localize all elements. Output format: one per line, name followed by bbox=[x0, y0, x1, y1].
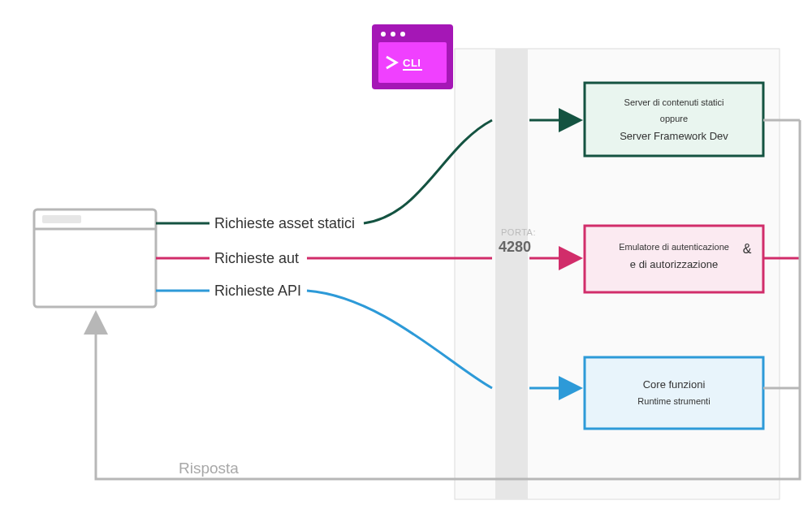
cli-icon: CLI bbox=[372, 24, 453, 89]
static-box-line2: oppure bbox=[660, 114, 688, 123]
architecture-diagram: PORTA: 4280 CLI Server di contenuti stat… bbox=[0, 0, 812, 531]
response-label: Risposta bbox=[179, 460, 239, 477]
api-box-line2: Runtime strumenti bbox=[637, 396, 710, 406]
port-label: PORTA: bbox=[501, 227, 536, 237]
svg-point-2 bbox=[391, 32, 395, 37]
auth-req-label: Richieste aut bbox=[214, 250, 299, 266]
svg-point-1 bbox=[381, 32, 386, 37]
auth-box-amp: & bbox=[743, 242, 752, 256]
cli-label: CLI bbox=[403, 57, 421, 69]
svg-rect-6 bbox=[34, 209, 156, 307]
static-box-line3: Server Framework Dev bbox=[620, 130, 728, 142]
svg-rect-8 bbox=[42, 215, 81, 223]
port-bar bbox=[495, 49, 528, 499]
svg-rect-11 bbox=[585, 357, 763, 429]
auth-box-line2: e di autorizzazione bbox=[630, 258, 718, 270]
static-content-server-box: Server di contenuti statici oppure Serve… bbox=[585, 83, 763, 156]
svg-point-3 bbox=[400, 32, 405, 37]
api-box-line1: Core funzioni bbox=[643, 378, 706, 391]
functions-runtime-box: Core funzioni Runtime strumenti bbox=[585, 357, 763, 429]
auth-emulator-box: Emulatore di autenticazione & e di autor… bbox=[585, 226, 763, 292]
port-value: 4280 bbox=[499, 239, 531, 255]
browser-window-icon bbox=[34, 209, 156, 307]
static-box-line1: Server di contenuti statici bbox=[624, 97, 724, 107]
auth-box-line1: Emulatore di autenticazione bbox=[619, 242, 729, 252]
api-req-label: Richieste API bbox=[214, 283, 301, 299]
static-req-label: Richieste asset statici bbox=[214, 215, 355, 231]
